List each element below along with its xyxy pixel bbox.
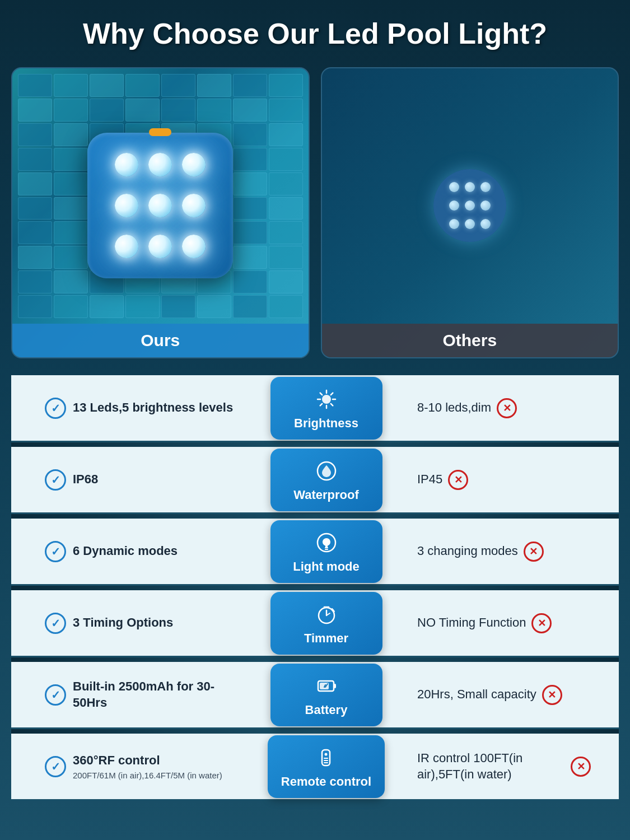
waterproof-icon [313,458,340,484]
left-text: IP68 [73,472,98,488]
center-badge: Battery [270,664,382,726]
left-text: Built-in 2500mAh for 30-50Hrs [73,679,235,711]
row-left: ✓ Built-in 2500mAh for 30-50Hrs [11,670,246,719]
row-right: IP45 ✕ [406,461,619,498]
center-badge: Timmer [270,592,382,655]
row-right: 20Hrs, Small capacity ✕ [406,676,619,713]
svg-rect-12 [325,549,328,550]
center-badge: Waterproof [270,449,382,511]
row-right: 8-10 leds,dim ✕ [406,390,619,427]
center-badge: Remote control [268,735,385,798]
row-center: Brightness [246,377,406,440]
svg-line-8 [320,403,322,405]
left-text: 13 Leds,5 brightness levels [73,400,233,416]
left-subtext: 200FT/61M (in air),16.4FT/5M (in water) [73,771,222,780]
row-right: NO Timing Function ✕ [406,605,619,642]
check-icon: ✓ [45,398,66,419]
others-label: Others [322,324,618,357]
badge-label: Waterproof [293,488,359,502]
badge-label: Battery [305,703,348,717]
svg-point-21 [325,753,328,755]
row-center: Waterproof [246,449,406,511]
check-icon: ✓ [45,541,66,562]
row-left: ✓ 6 Dynamic modes [11,533,246,571]
row-center: Battery [246,664,406,726]
x-icon: ✕ [497,398,517,418]
battery-icon [313,673,340,699]
row-right: IR control 100FT(in air),5FT(in water) ✕ [406,742,619,791]
timer-icon [313,601,340,628]
svg-point-0 [322,395,331,404]
check-icon: ✓ [45,469,66,491]
table-row: ✓ 360°RF control 200FT/61M (in air),16.4… [11,734,619,801]
svg-line-6 [330,403,333,405]
led-device-ours [87,133,233,278]
badge-label: Remote control [281,774,371,789]
table-row: ✓ 3 Timing Options [11,590,619,657]
page-title: Why Choose Our Led Pool Light? [11,17,619,50]
svg-rect-23 [324,760,328,761]
check-icon: ✓ [45,684,66,706]
right-text: 8-10 leds,dim [417,400,491,416]
row-left: ✓ 13 Leds,5 brightness levels [11,389,246,427]
x-icon: ✕ [531,613,552,633]
table-row: ✓ 6 Dynamic modes Light mode [11,519,619,586]
row-right: 3 changing modes ✕ [406,533,619,570]
svg-line-7 [330,393,333,395]
ours-label: Ours [12,324,309,357]
x-icon: ✕ [571,757,591,777]
right-text: IR control 100FT(in air),5FT(in water) [417,750,565,782]
image-others: Others [321,67,619,358]
comparison-images: Ours Others [11,67,619,358]
row-center: Timmer [246,592,406,655]
brightness-icon [313,386,340,413]
center-badge: Light mode [270,520,382,583]
left-text: 360°RF control [73,753,222,769]
left-text: 3 Timing Options [73,615,173,631]
led-device-others [433,169,506,242]
row-center: Light mode [246,520,406,583]
row-left: ✓ 3 Timing Options [11,604,246,642]
lightmode-icon [313,529,340,556]
table-row: ✓ IP68 Waterproof IP45 [11,447,619,514]
x-icon: ✕ [524,542,544,562]
comparison-table: ✓ 13 Leds,5 brightness levels [11,375,619,801]
badge-label: Timmer [304,631,348,646]
right-text: 20Hrs, Small capacity [417,687,536,703]
right-text: NO Timing Function [417,615,526,631]
svg-line-5 [320,393,322,395]
svg-rect-11 [325,547,328,548]
table-row: ✓ 13 Leds,5 brightness levels [11,375,619,442]
x-icon: ✕ [448,470,468,490]
left-text: 6 Dynamic modes [73,543,178,559]
row-left: ✓ 360°RF control 200FT/61M (in air),16.4… [11,744,246,788]
center-badge: Brightness [270,377,382,440]
right-text: 3 changing modes [417,543,518,559]
remote-icon [312,744,339,771]
right-text: IP45 [417,472,442,488]
svg-rect-22 [324,758,328,759]
table-row: ✓ Built-in 2500mAh for 30-50Hrs [11,662,619,729]
check-icon: ✓ [45,613,66,634]
badge-label: Light mode [293,559,360,574]
svg-rect-24 [324,762,328,763]
row-left: ✓ IP68 [11,461,246,499]
row-center: Remote control [246,735,406,798]
page-wrapper: Why Choose Our Led Pool Light? [0,0,630,840]
svg-rect-16 [334,684,336,688]
image-ours: Ours [11,67,310,358]
check-icon: ✓ [45,756,66,777]
x-icon: ✕ [542,685,562,705]
badge-label: Brightness [294,416,358,431]
